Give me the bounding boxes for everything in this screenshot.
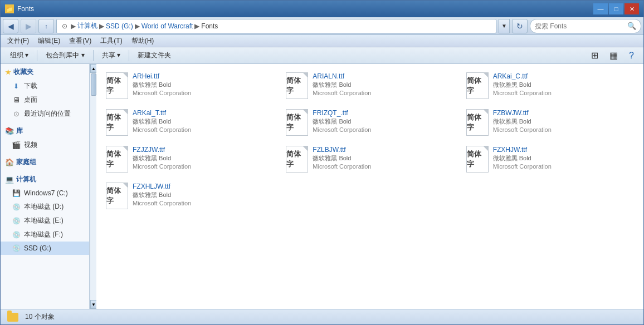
forward-button[interactable]: ▶ (21, 19, 36, 33)
sidebar-header-homegroup[interactable]: 🏠 家庭组 (1, 154, 89, 169)
font-thumbnail: 简体字 (466, 72, 489, 99)
status-bar: 10 个对象 (1, 309, 643, 324)
drive-f-label: 本地磁盘 (F:) (24, 230, 63, 239)
menu-view[interactable]: 查看(V) (65, 35, 96, 47)
up-button[interactable]: ↑ (38, 19, 54, 33)
breadcrumb-sep1: ▶ (71, 22, 76, 30)
file-name: FZLBJW.ttf (313, 146, 371, 154)
file-corp: Microsoft Corporation (133, 90, 191, 96)
file-corp: Microsoft Corporation (313, 163, 371, 170)
window-title: Fonts (17, 5, 34, 13)
file-item[interactable]: 简体字 ARHei.ttf 微软雅黑 Bold Microsoft Corpor… (101, 68, 279, 103)
menu-help[interactable]: 帮助(H) (127, 35, 159, 47)
file-subname: 微软雅黑 Bold (313, 154, 371, 162)
file-item[interactable]: 简体字 FZJZJW.ttf 微软雅黑 Bold Microsoft Corpo… (101, 142, 279, 176)
font-thumb-text: 简体字 (286, 76, 308, 96)
new-folder-button[interactable]: 新建文件夹 (133, 49, 176, 62)
file-subname: 微软雅黑 Bold (133, 117, 191, 126)
maximize-button[interactable]: □ (609, 3, 623, 14)
file-corp: Microsoft Corporation (493, 90, 552, 96)
title-bar-left: 📁 Fonts (5, 4, 34, 13)
breadcrumb-item-ssd[interactable]: SSD (G:) (106, 22, 133, 30)
files-grid: 简体字 ARHei.ttf 微软雅黑 Bold Microsoft Corpor… (101, 68, 639, 213)
sidebar-header-library[interactable]: 📚 库 (1, 123, 89, 138)
file-corp: Microsoft Corporation (133, 200, 191, 206)
sidebar-section-library: 📚 库 🎬 视频 (1, 123, 89, 152)
file-subname: 微软雅黑 Bold (313, 81, 371, 89)
font-thumbnail: 简体字 (466, 146, 489, 173)
file-item[interactable]: 简体字 FRIZQT_.ttf 微软雅黑 Bold Microsoft Corp… (281, 105, 458, 140)
toolbar-separator-2 (93, 50, 94, 61)
sidebar-item-drive-c[interactable]: 💾 Windows7 (C:) (1, 186, 89, 200)
file-name: FRIZQT_.ttf (313, 109, 371, 117)
menu-tools[interactable]: 工具(T) (96, 35, 126, 47)
sidebar-item-drive-d[interactable]: 💿 本地磁盘 (D:) (1, 200, 89, 214)
address-dropdown-button[interactable]: ▼ (499, 19, 510, 33)
minimize-button[interactable]: — (593, 3, 608, 14)
breadcrumb[interactable]: ⊙ ▶ 计算机 ▶ SSD (G:) ▶ World of Warcraft ▶… (56, 19, 496, 33)
close-button[interactable]: ✕ (625, 3, 639, 14)
file-name: FZJZJW.ttf (133, 146, 191, 154)
preview-button[interactable]: ▦ (604, 49, 623, 62)
share-button[interactable]: 共享 ▾ (97, 49, 125, 62)
video-icon: 🎬 (12, 141, 21, 150)
file-name: FZXHJW.ttf (493, 146, 552, 154)
folder-icon: 📁 (5, 4, 14, 13)
sidebar-item-desktop[interactable]: 🖥 桌面 (1, 93, 89, 107)
sidebar-section-computer: 💻 计算机 💾 Windows7 (C:) 💿 本地磁盘 (D:) 💿 本地磁盘… (1, 171, 89, 255)
font-thumbnail: 简体字 (106, 146, 128, 173)
drive-e-icon: 💿 (12, 216, 21, 225)
file-item[interactable]: 简体字 ARKai_T.ttf 微软雅黑 Bold Microsoft Corp… (101, 105, 279, 140)
homegroup-label: 家庭组 (16, 157, 36, 167)
sidebar-item-drive-f[interactable]: 💿 本地磁盘 (F:) (1, 228, 89, 242)
menu-file[interactable]: 文件(F) (3, 35, 33, 47)
drive-g-icon: 💿 (12, 244, 21, 253)
font-thumb-text: 简体字 (467, 149, 488, 169)
sidebar-section-favorites: ★ 收藏夹 ⬇ 下载 🖥 桌面 ⊙ 最近访问的位置 (1, 64, 89, 121)
file-info: ARKai_C.ttf 微软雅黑 Bold Microsoft Corporat… (493, 72, 552, 96)
sidebar: ★ 收藏夹 ⬇ 下载 🖥 桌面 ⊙ 最近访问的位置 (1, 64, 90, 309)
sidebar-header-computer[interactable]: 💻 计算机 (1, 171, 89, 186)
menu-bar: 文件(F) 编辑(E) 查看(V) 工具(T) 帮助(H) (1, 35, 643, 47)
share-label: 共享 ▾ (102, 51, 120, 60)
computer-label: 计算机 (16, 175, 36, 184)
sidebar-scroll-thumb[interactable] (91, 73, 96, 96)
view-options-button[interactable]: ⊞ (586, 49, 603, 62)
font-thumb-text: 简体字 (467, 112, 488, 132)
video-label: 视频 (24, 140, 37, 150)
organize-button[interactable]: 组织 ▾ (5, 49, 33, 62)
toolbar-separator-3 (129, 50, 129, 61)
back-button[interactable]: ◀ (3, 19, 18, 33)
breadcrumb-sep2: ▶ (99, 22, 104, 30)
refresh-button[interactable]: ↻ (512, 19, 528, 33)
sidebar-item-drive-e[interactable]: 💿 本地磁盘 (E:) (1, 214, 89, 228)
toolbar: 组织 ▾ 包合到库中 ▾ 共享 ▾ 新建文件夹 ⊞ ▦ ? (1, 47, 643, 64)
sidebar-header-favorites[interactable]: ★ 收藏夹 (1, 64, 89, 79)
title-bar: 📁 Fonts — □ ✕ (1, 1, 643, 17)
search-input[interactable] (535, 22, 625, 30)
include-library-button[interactable]: 包合到库中 ▾ (41, 49, 89, 62)
address-bar: ◀ ▶ ↑ ⊙ ▶ 计算机 ▶ SSD (G:) ▶ World of Warc… (1, 17, 643, 35)
toolbar-separator-1 (37, 50, 37, 61)
file-name: FZXHLJW.ttf (133, 183, 191, 190)
file-item[interactable]: 简体字 ARIALN.ttf 微软雅黑 Bold Microsoft Corpo… (281, 68, 458, 103)
sidebar-scrollbar[interactable]: ▲ ▼ (90, 64, 96, 309)
file-item[interactable]: 简体字 FZLBJW.ttf 微软雅黑 Bold Microsoft Corpo… (281, 142, 458, 176)
file-item[interactable]: 简体字 FZXHJW.ttf 微软雅黑 Bold Microsoft Corpo… (461, 142, 639, 176)
sidebar-item-downloads[interactable]: ⬇ 下载 (1, 79, 89, 93)
file-item[interactable]: 简体字 FZBWJW.ttf 微软雅黑 Bold Microsoft Corpo… (461, 105, 639, 140)
breadcrumb-item-computer[interactable]: 计算机 (77, 21, 97, 31)
file-item[interactable]: 简体字 ARKai_C.ttf 微软雅黑 Bold Microsoft Corp… (461, 68, 639, 103)
sidebar-item-drive-g[interactable]: 💿 SSD (G:) (1, 242, 89, 255)
sidebar-item-recent[interactable]: ⊙ 最近访问的位置 (1, 107, 89, 121)
help-button[interactable]: ? (624, 49, 639, 62)
file-name: FZBWJW.ttf (493, 109, 552, 117)
file-name: ARKai_C.ttf (493, 72, 552, 80)
file-item[interactable]: 简体字 FZXHLJW.ttf 微软雅黑 Bold Microsoft Corp… (101, 179, 279, 213)
sidebar-item-video[interactable]: 🎬 视频 (1, 138, 89, 152)
breadcrumb-item-wow[interactable]: World of Warcraft (142, 22, 193, 30)
library-icon: 📚 (5, 127, 14, 135)
menu-edit[interactable]: 编辑(E) (33, 35, 65, 47)
star-icon: ★ (5, 68, 11, 76)
search-bar[interactable]: 🔍 (530, 19, 641, 33)
